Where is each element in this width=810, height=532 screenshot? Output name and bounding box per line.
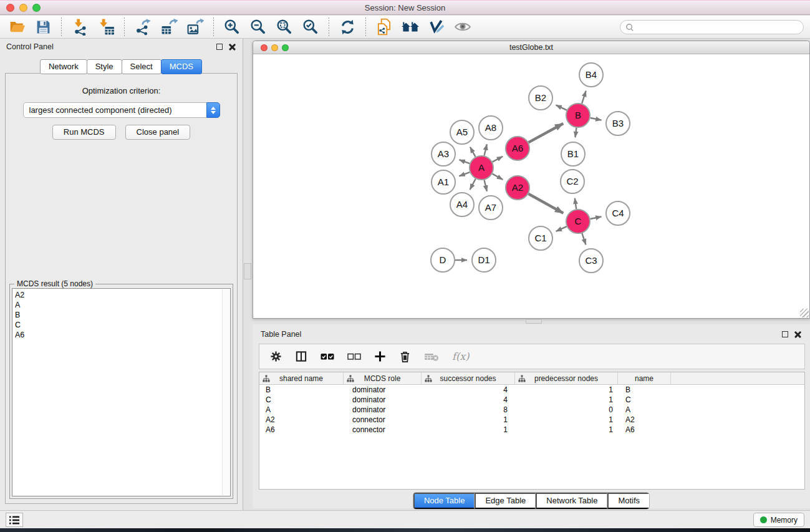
graph-node-A6[interactable]: A6 [506,137,529,160]
task-history-button[interactable] [6,513,23,527]
graph-node-B2[interactable]: B2 [529,86,552,110]
run-mcds-button[interactable]: Run MCDS [52,125,116,140]
graph-edge-A6-B[interactable] [529,123,564,142]
graph-node-D[interactable]: D [431,248,455,272]
tab-mcds[interactable]: MCDS [161,59,202,74]
zoom-in-button[interactable] [219,17,245,37]
graph-edge-A-A3[interactable] [459,160,470,163]
save-session-button[interactable] [30,17,56,37]
table-options-button[interactable] [270,349,282,364]
graph-edge-A-A5[interactable] [470,147,476,157]
graph-edge-C-C1[interactable] [556,226,567,231]
graph-edge-A-A7[interactable] [485,180,487,191]
tab-node-table[interactable]: Node Table [413,493,475,509]
graph-edge-A-A2[interactable] [493,174,503,180]
open-session-button[interactable] [4,17,30,37]
horizontal-splitter-handle[interactable] [526,319,542,324]
tab-select[interactable]: Select [122,59,162,74]
column-header-shared-name[interactable]: shared name [259,372,344,384]
graph-node-B4[interactable]: B4 [579,63,603,87]
table-row[interactable]: A6connector11A6 [259,425,804,435]
mcds-result-list[interactable]: A2ABCA6 [12,288,231,496]
splitter-handle[interactable] [244,263,251,279]
mcds-result-item[interactable]: B [12,310,230,320]
apply-layout-button[interactable] [334,17,360,37]
zoom-selected-button[interactable] [297,17,324,37]
graph-node-B1[interactable]: B1 [561,142,585,166]
zoom-out-button[interactable] [245,17,271,37]
float-panel-icon[interactable] [782,331,788,337]
graph-node-A8[interactable]: A8 [479,116,503,140]
close-panel-icon[interactable] [794,331,802,338]
deselect-all-columns-button[interactable] [347,349,361,364]
graph-node-A1[interactable]: A1 [432,170,455,194]
graph-edge-C-C4[interactable] [591,216,602,219]
graph-node-A4[interactable]: A4 [450,193,474,216]
memory-button[interactable]: Memory [753,513,804,527]
table-row[interactable]: A2connector11A2 [259,415,804,425]
mcds-result-item[interactable]: A2 [12,290,230,300]
column-header-predecessor-nodes[interactable]: predecessor nodes [515,372,618,384]
graph-node-C3[interactable]: C3 [579,249,603,273]
create-column-button[interactable] [374,349,386,364]
graph-edge-B-B3[interactable] [591,118,602,120]
close-panel-button[interactable]: Close panel [125,125,191,140]
select-all-columns-button[interactable] [321,349,334,364]
close-panel-icon[interactable] [229,43,236,51]
mcds-result-item[interactable]: C [12,320,230,330]
new-network-from-selection-button[interactable] [371,17,397,37]
graph-node-A[interactable]: A [470,156,493,180]
delete-table-button[interactable] [424,349,439,364]
network-canvas[interactable]: B4B2BB3B1A8A5A6A3AA1A2C2A4A7C4CC1C3DD1 [253,54,809,318]
graph-node-B3[interactable]: B3 [606,112,630,135]
mcds-result-item[interactable]: A6 [12,330,230,340]
float-panel-icon[interactable] [216,44,223,50]
tab-edge-table[interactable]: Edge Table [475,493,536,509]
graph-edge-A-A8[interactable] [485,144,487,155]
graph-node-C4[interactable]: C4 [606,201,630,225]
graph-node-A3[interactable]: A3 [432,142,455,166]
graph-edge-A-A1[interactable] [459,172,470,176]
graph-edge-B-B2[interactable] [556,105,566,110]
graph-node-A7[interactable]: A7 [479,196,503,220]
graph-node-B[interactable]: B [566,104,590,127]
graph-node-C2[interactable]: C2 [561,170,584,193]
import-table-button[interactable] [93,17,119,37]
function-builder-button[interactable]: f(x) [452,349,469,364]
show-graphics-details-button[interactable] [423,17,450,37]
column-selector-button[interactable] [295,349,307,364]
column-header-name[interactable]: name [618,372,671,384]
tab-style[interactable]: Style [87,59,122,74]
graph-edge-C-C3[interactable] [582,233,586,244]
column-header-successor-nodes[interactable]: successor nodes [422,372,515,384]
import-network-button[interactable] [67,17,93,37]
criterion-dropdown[interactable]: largest connected component (directed) [23,102,220,118]
graph-edge-B-B4[interactable] [582,91,586,104]
column-header-mcds-role[interactable]: MCDS role [344,372,422,384]
table-row[interactable]: Cdominator41C [259,395,804,405]
window-resize-grip[interactable] [800,309,809,317]
graph-edge-B-B1[interactable] [575,128,576,137]
zoom-fit-button[interactable] [271,17,297,37]
dropdown-stepper-icon[interactable] [206,102,220,118]
graph-node-C[interactable]: C [566,210,590,233]
level-of-detail-button[interactable] [450,17,476,37]
graph-node-A5[interactable]: A5 [450,120,474,144]
graph-edge-C-C2[interactable] [575,198,576,209]
result-scrollbar[interactable] [222,289,229,495]
delete-column-button[interactable] [399,349,411,364]
vertical-splitter[interactable] [243,39,253,510]
tab-motifs[interactable]: Motifs [607,493,649,509]
export-table-button[interactable] [156,17,182,37]
graph-node-A2[interactable]: A2 [506,176,529,200]
table-row[interactable]: Bdominator41B [259,385,804,395]
graph-edge-A2-C[interactable] [528,194,563,213]
export-image-button[interactable] [182,17,208,37]
table-row[interactable]: Adominator80A [259,405,804,415]
graph-edge-A-A4[interactable] [470,179,476,190]
network-window-titlebar[interactable]: testGlobe.txt [253,41,809,54]
graph-node-D1[interactable]: D1 [472,248,496,272]
search-input[interactable] [634,21,803,33]
graph-node-C1[interactable]: C1 [529,226,552,250]
first-neighbors-button[interactable] [397,17,423,37]
